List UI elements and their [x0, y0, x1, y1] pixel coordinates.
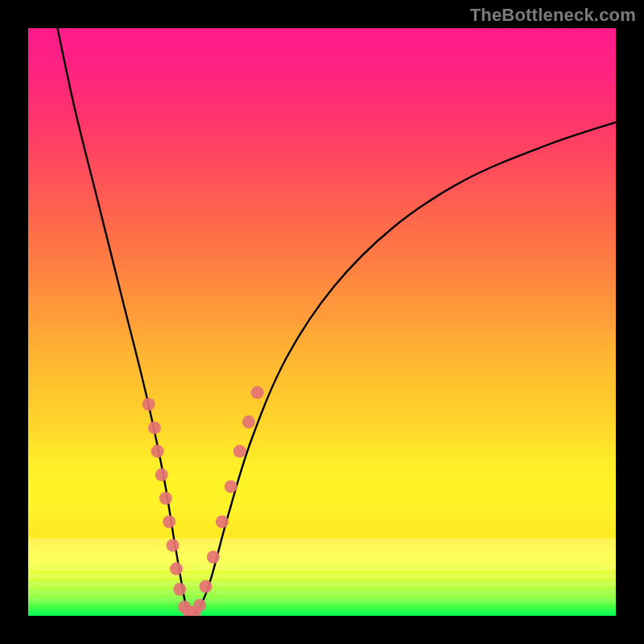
highlight-band [28, 539, 616, 571]
watermark-text: TheBottleneck.com [470, 5, 636, 26]
sample-dot [170, 563, 183, 576]
plot-area [28, 28, 616, 616]
sample-dot [155, 469, 168, 481]
sample-dot [207, 551, 220, 564]
highlight-band [28, 597, 616, 603]
sample-dot [242, 415, 255, 428]
sample-dot [142, 398, 155, 411]
sample-dot [233, 445, 246, 458]
highlight-band [28, 580, 616, 587]
sample-dot [193, 599, 206, 612]
sample-dot [148, 421, 161, 434]
sample-dot [251, 386, 264, 399]
sample-dot [159, 492, 172, 505]
highlight-band [28, 588, 616, 595]
sample-dot [183, 606, 196, 616]
sample-dot [188, 606, 201, 616]
curve-layer [28, 28, 616, 616]
sample-dot [167, 539, 180, 551]
sample-dot [173, 583, 186, 596]
sample-dot [200, 580, 213, 593]
sample-dot [225, 480, 237, 493]
bottleneck-curve [58, 28, 617, 616]
sample-dot [163, 515, 175, 528]
sample-dot [151, 445, 164, 458]
sample-dots-group [142, 386, 264, 616]
chart-frame: TheBottleneck.com [0, 0, 644, 644]
sample-dot [178, 601, 191, 613]
sample-dot [216, 515, 229, 528]
highlight-band [28, 572, 616, 579]
